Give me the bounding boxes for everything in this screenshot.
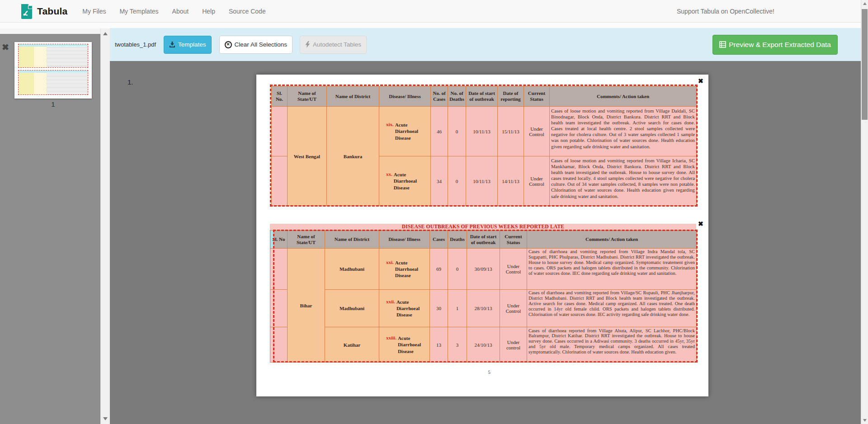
autodetect-button-label: Autodetect Tables [313, 41, 361, 48]
support-link[interactable]: Support Tabula on OpenCollective! [677, 8, 774, 15]
save-template-icon [169, 42, 175, 48]
page-thumbnails-sidebar: ✖ 1 [0, 28, 110, 424]
nav-item-help[interactable]: Help [195, 8, 222, 15]
scrollbar-up-arrow-icon[interactable] [863, 2, 867, 5]
remove-selection-2-button[interactable]: ✖ [698, 220, 703, 227]
thumbnail-selection-2 [18, 70, 88, 95]
app-title: Tabula [37, 6, 67, 17]
selection-box-1[interactable] [270, 85, 698, 207]
pdf-page[interactable]: ✖ Sl. No.Name of State/UTName of Distric… [256, 75, 708, 396]
nav-item-my-templates[interactable]: My Templates [113, 8, 165, 15]
templates-button-label: Templates [178, 41, 206, 48]
scrollbar-thumb[interactable] [862, 9, 868, 120]
sidebar-scrollbar[interactable] [100, 28, 110, 424]
document-area: 1. ✖ Sl. No.Name of State/UTName of Dist… [110, 61, 861, 424]
circled-x-icon: ✕ [225, 41, 232, 48]
selection-box-2[interactable] [273, 230, 698, 363]
thumbnail-page-number: 1 [14, 100, 92, 108]
nav-item-my-files[interactable]: My Files [75, 8, 113, 15]
preview-export-button[interactable]: Preview & Export Extracted Data [712, 35, 838, 55]
export-button-label: Preview & Export Extracted Data [729, 41, 831, 49]
clear-all-selections-button[interactable]: ✕ Clear All Selections [219, 36, 292, 54]
brand[interactable]: Tabula [20, 3, 67, 19]
nav-item-source-code[interactable]: Source Code [222, 8, 273, 15]
scroll-up-arrow-icon[interactable] [103, 32, 108, 35]
delete-page-button[interactable]: ✖ [2, 42, 9, 52]
nav-item-about[interactable]: About [165, 8, 196, 15]
scroll-down-arrow-icon[interactable] [103, 417, 108, 420]
table-list-icon [719, 41, 726, 48]
toolbar: twotables_1.pdf Templates ✕ Clear All Se… [110, 28, 861, 61]
lightning-bolt-icon [305, 41, 310, 48]
page-index-label: 1. [127, 78, 133, 86]
navbar: Tabula My Files My Templates About Help … [0, 0, 868, 23]
thumbnail-selection-1 [18, 44, 88, 68]
scrollbar-down-arrow-icon[interactable] [863, 419, 867, 422]
page-thumbnail-1[interactable] [14, 42, 92, 99]
clear-button-label: Clear All Selections [235, 41, 287, 48]
templates-button[interactable]: Templates [164, 36, 212, 54]
remove-selection-1-button[interactable]: ✖ [698, 77, 703, 85]
nav-links: My Files My Templates About Help Source … [75, 8, 272, 15]
window-scrollbar[interactable] [861, 0, 868, 424]
current-file-name: twotables_1.pdf [115, 41, 156, 48]
tabula-logo-icon [20, 3, 33, 19]
table-2-title: DISEASE OUTBREAKS OF PREVIOUS WEEKS REPO… [270, 224, 696, 230]
pdf-page-number: 5 [485, 369, 494, 375]
autodetect-tables-button: Autodetect Tables [300, 36, 367, 54]
